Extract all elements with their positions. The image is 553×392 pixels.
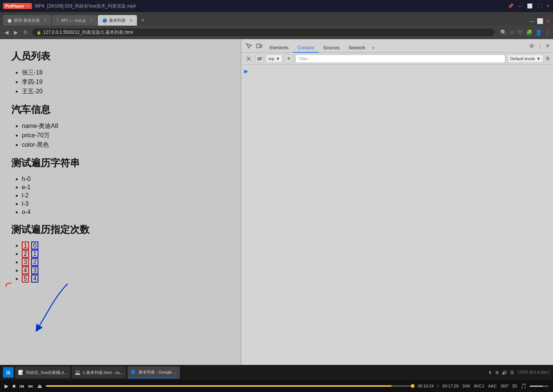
word-icon: 📝 [18,370,24,375]
browser-minimize[interactable]: — [529,18,535,24]
taskbar: ⊞ 📝 尚硅谷_Vue全家桶.d... 💻 1.基本列表.html - vu..… [0,365,553,380]
hide-network-button[interactable] [255,55,264,63]
vr-3d-label[interactable]: 3D [512,384,517,388]
progress-handle[interactable] [411,384,415,388]
time-current: 00:16:24 [418,384,434,388]
tab-1[interactable]: ⬤ 暂停·基本列表 ✕ [3,15,51,26]
section3-title: 测试遍历字符串 [11,156,229,170]
console-prompt-arrow[interactable]: ▶ [244,68,248,74]
prev-button[interactable]: ⏮ [19,383,24,389]
iter-item-2: 2 1 [22,251,229,257]
clear-console-button[interactable] [244,54,253,63]
tab-sources[interactable]: Sources [319,44,344,53]
devtools-console-bar: top ▼ 👁 Filter Default levels ▼ ⚙ [241,53,553,65]
list-item: color-黑色 [22,141,229,149]
context-value: top [269,56,274,61]
tab2-close[interactable]: ✕ [90,18,93,23]
tab-bar: ⬤ 暂停·基本列表 ✕ V API — Vue.js ✕ 🔵 基本列表 ✕ + … [0,12,553,26]
progress-bar[interactable] [46,385,414,387]
tab-console[interactable]: Console [293,44,319,53]
taskbar-monitor-icon[interactable]: 🖥 [495,370,499,375]
taskbar-volume-icon[interactable]: 🔊 [502,370,507,375]
console-filter-input[interactable]: Filter [295,55,505,63]
menu-icon[interactable]: ⋮ [545,29,550,35]
live-expressions-button[interactable]: 👁 [285,55,293,63]
browser-restore[interactable]: ⬜ [537,18,543,24]
potplayer-logo[interactable]: PotPlayer ▼ [3,3,32,9]
bookmark-icon[interactable]: ☆ [510,29,515,35]
audio-settings-icon[interactable]: 🎵 [520,383,527,389]
iter-item-5: 5 4 [22,275,229,282]
taskbar-right: ⬆ 🖥 🔊 英 CSDN @付木成桂2 [488,370,550,375]
iter-item-1: 1 0 [22,242,229,249]
more-tabs-button[interactable]: » [370,44,377,52]
secure-icon: 🔒 [36,30,41,35]
iter-item-3: 3 2 [22,259,229,266]
section4-list: 1 0 2 1 3 2 4 3 5 4 [11,242,229,282]
context-selector[interactable]: top ▼ [266,55,283,63]
tab3-close[interactable]: ✕ [129,18,132,23]
section4-title: 测试遍历指定次数 [11,223,229,236]
next-button[interactable]: ⏭ [28,383,33,389]
fullscreen-icon[interactable]: ⛶ [537,3,542,9]
url-bar[interactable]: 🔒 127.0.0.1:5500/12_列表渲染/1.基本列表.html [32,28,495,37]
progress-fill [46,385,392,387]
restore-icon[interactable]: ⬜ [527,3,533,9]
tab2-icon: V [56,18,59,23]
svg-rect-1 [260,45,262,47]
tab-2[interactable]: V API — Vue.js ✕ [52,15,97,26]
devtools-settings-button[interactable]: ⚙ [529,43,534,49]
zoom-icon[interactable]: 🔍 [500,29,507,35]
forward-button[interactable]: ▶ [12,29,20,36]
pin-icon[interactable]: 📌 [508,3,514,9]
section2-list: name-奥迪A8 price-70万 color-黑色 [11,122,229,149]
extensions-icon[interactable]: 🧩 [526,29,532,35]
devtools-more-button[interactable]: ⋮ [537,43,542,49]
tab-3[interactable]: 🔵 基本列表 ✕ [98,15,137,26]
volume-fill [530,386,543,387]
close-icon[interactable]: ✕ [546,3,550,9]
filter-placeholder: Filter [299,56,308,61]
video-controls: ▶ ■ ⏮ ⏭ ⏏ 00:16:24 / 00:17:29 S/W AVC1 A… [0,380,553,392]
new-tab-button[interactable]: + [138,15,148,26]
back-button[interactable]: ◀ [3,29,10,36]
devtools-tabs: Elements Console Sources Network » [265,40,528,52]
inspect-element-button[interactable] [244,41,253,50]
vr-360-label[interactable]: 360° [500,384,509,388]
taskbar-item-vscode[interactable]: 💻 1.基本列表.html - vu... [72,366,126,378]
taskbar-lang[interactable]: 英 [510,370,514,375]
device-toolbar-button[interactable] [255,41,264,50]
taskbar-up-icon[interactable]: ⬆ [488,370,492,375]
reload-button[interactable]: ↻ [22,29,29,36]
browser-close[interactable]: ✕ [545,18,550,24]
time-total: 00:17:29 [442,384,459,388]
log-levels-selector[interactable]: Default levels ▼ [507,55,543,63]
vc-right-controls: 360° 3D 🎵 [500,383,548,389]
tab2-label: API — Vue.js [61,18,86,23]
tab3-icon: 🔵 [102,18,107,23]
iter-right-5: 4 [31,275,38,283]
console-settings-button[interactable]: ⚙ [545,56,550,61]
stop-button[interactable]: ■ [12,383,15,389]
tab-network[interactable]: Network [344,44,370,53]
browser-right-icons: 🔍 ☆ 🛡 🧩 👤 ⋮ [500,29,550,35]
iter-right-3: 2 [31,258,38,266]
list-item: name-奥迪A8 [22,122,229,130]
minimize-icon[interactable]: — [518,3,523,9]
tab1-close[interactable]: ✕ [44,18,47,23]
tab-elements[interactable]: Elements [265,44,293,53]
devtools-controls: ⚙ ⋮ ✕ [529,43,550,49]
iter-left-1: 1 [22,242,29,249]
profile-icon[interactable]: 👤 [535,29,542,35]
url-text: 127.0.0.1:5500/12_列表渲染/1.基本列表.html [43,29,133,36]
play-button[interactable]: ▶ [5,383,9,389]
volume-bar[interactable] [530,386,548,387]
taskbar-item-chrome[interactable]: 🔵 基本列表 - Google ... [128,366,179,378]
eject-button[interactable]: ⏏ [37,383,42,389]
section1-list: 张三-18 李四-19 王五-20 [11,69,229,96]
taskbar-watermark: CSDN @付木成桂2 [517,370,550,375]
devtools-close-button[interactable]: ✕ [545,43,550,49]
start-button[interactable]: ⊞ [3,367,14,378]
taskbar-item-word[interactable]: 📝 尚硅谷_Vue全家桶.d... [15,366,70,378]
vpn-icon[interactable]: 🛡 [518,29,523,35]
